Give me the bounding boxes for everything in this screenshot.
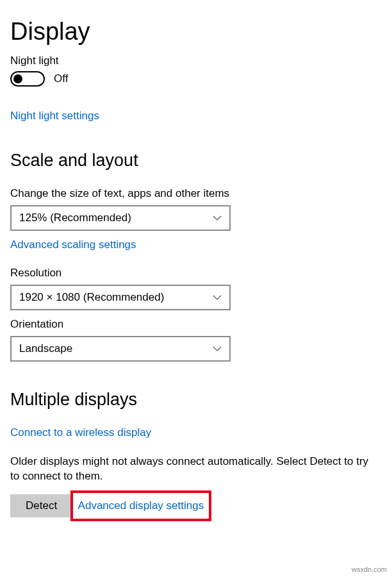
highlight-box: Advanced display settings [70,490,212,521]
night-light-settings-link[interactable]: Night light settings [10,110,99,122]
chevron-down-icon [213,293,222,302]
orientation-select[interactable]: Landscape [10,336,231,362]
resolution-label: Resolution [10,267,382,280]
night-light-state: Off [54,72,68,85]
night-light-label: Night light [10,54,382,67]
resolution-select[interactable]: 1920 × 1080 (Recommended) [10,285,231,310]
page-title: Display [10,18,382,46]
night-light-toggle[interactable] [10,71,45,87]
chevron-down-icon [213,213,222,222]
resolution-select-value: 1920 × 1080 (Recommended) [19,291,164,304]
orientation-label: Orientation [10,318,382,331]
scale-select-value: 125% (Recommended) [19,212,131,224]
detect-button[interactable]: Detect [10,494,72,517]
detect-description: Older displays might not always connect … [10,455,369,484]
scale-layout-heading: Scale and layout [10,151,382,171]
scale-select[interactable]: 125% (Recommended) [10,205,231,231]
advanced-scaling-link[interactable]: Advanced scaling settings [10,238,136,251]
connect-wireless-link[interactable]: Connect to a wireless display [10,426,151,439]
orientation-select-value: Landscape [19,342,72,355]
advanced-display-settings-link[interactable]: Advanced display settings [78,499,204,512]
watermark: wsxdn.com [352,565,387,573]
chevron-down-icon [213,344,222,353]
scale-label: Change the size of text, apps and other … [10,187,382,200]
multiple-displays-heading: Multiple displays [10,390,382,410]
toggle-knob [13,74,22,83]
